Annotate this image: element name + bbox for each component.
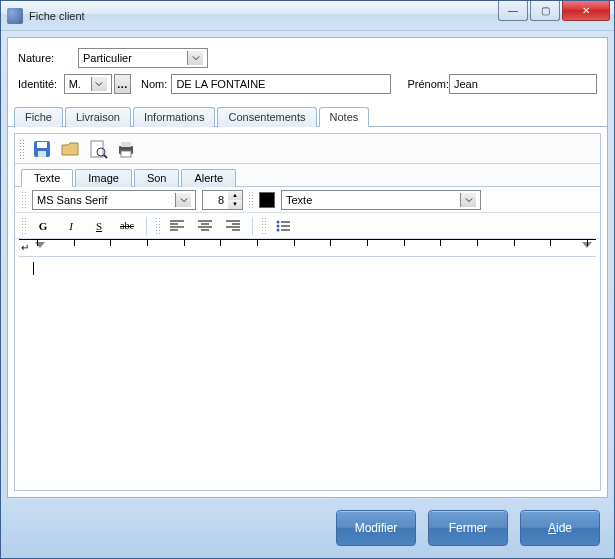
return-marker-icon: ↵ (21, 242, 29, 253)
aide-label: Aide (548, 521, 572, 535)
page-magnifier-icon (88, 139, 108, 159)
notes-subtabs: Texte Image Son Alerte (15, 164, 600, 187)
ruler-tick (74, 240, 75, 246)
print-button[interactable] (115, 138, 137, 160)
svg-rect-8 (121, 151, 131, 157)
svg-rect-1 (37, 142, 47, 148)
underline-icon: S (96, 220, 102, 232)
close-button[interactable]: ✕ (562, 1, 610, 21)
align-right-button[interactable] (222, 216, 244, 236)
identite-label: Identité: (18, 78, 64, 90)
svg-rect-7 (121, 142, 131, 147)
identite-title-combo[interactable]: M. (64, 74, 112, 94)
chevron-down-icon (91, 77, 107, 91)
font-toolbar: MS Sans Serif ▲ ▼ Texte (15, 187, 600, 213)
tab-consentements[interactable]: Consentements (217, 107, 316, 127)
font-size-input[interactable] (202, 190, 228, 210)
client-area: Nature: Particulier Identité: M. … Nom: … (7, 37, 608, 498)
format-toolbar: G I S abc (15, 213, 600, 239)
ruler-tick (367, 240, 368, 246)
svg-point-25 (277, 228, 280, 231)
ellipsis-icon: … (117, 78, 128, 90)
identite-browse-button[interactable]: … (114, 74, 131, 94)
ruler[interactable]: ↵ (19, 239, 596, 257)
aide-button[interactable]: Aide (520, 510, 600, 546)
subtab-alerte[interactable]: Alerte (181, 169, 236, 187)
subtab-texte[interactable]: Texte (21, 169, 73, 187)
svg-rect-3 (91, 141, 103, 157)
main-tabstrip: Fiche Livraison Informations Consentemen… (8, 106, 607, 127)
printer-icon (116, 139, 136, 159)
chevron-down-icon (175, 193, 191, 207)
save-icon (32, 139, 52, 159)
nature-value: Particulier (83, 52, 132, 64)
ruler-tick (550, 240, 551, 246)
ruler-tick (477, 240, 478, 246)
font-combo[interactable]: MS Sans Serif (32, 190, 196, 210)
align-center-icon (198, 220, 212, 232)
bold-button[interactable]: G (32, 216, 54, 236)
tab-livraison[interactable]: Livraison (65, 107, 131, 127)
nom-label: Nom: (141, 78, 171, 90)
open-folder-icon (60, 139, 80, 159)
toolbar-grip-icon (21, 191, 26, 209)
ruler-tick (294, 240, 295, 246)
bullet-list-button[interactable] (272, 216, 294, 236)
ruler-tick (514, 240, 515, 246)
italic-button[interactable]: I (60, 216, 82, 236)
notes-toolbar (15, 134, 600, 164)
toolbar-grip-icon (21, 217, 26, 235)
ruler-tick (587, 240, 588, 246)
open-button[interactable] (59, 138, 81, 160)
underline-button[interactable]: S (88, 216, 110, 236)
svg-point-21 (277, 220, 280, 223)
svg-rect-2 (38, 151, 46, 157)
bullet-list-icon (276, 220, 290, 232)
subtab-image[interactable]: Image (75, 169, 132, 187)
maximize-button[interactable]: ▢ (530, 1, 560, 21)
subtab-son[interactable]: Son (134, 169, 180, 187)
spinner-down-icon[interactable]: ▼ (228, 200, 242, 209)
editor-area[interactable] (15, 257, 600, 279)
strike-icon: abc (120, 220, 134, 231)
maximize-icon: ▢ (541, 5, 550, 16)
tab-notes[interactable]: Notes (319, 107, 370, 127)
style-value: Texte (286, 194, 312, 206)
chevron-down-icon (460, 193, 476, 207)
align-right-icon (226, 220, 240, 232)
font-color-swatch[interactable] (259, 192, 275, 208)
font-size-spinner[interactable]: ▲ ▼ (202, 190, 242, 210)
minimize-icon: — (508, 5, 518, 16)
nom-input[interactable] (171, 74, 391, 94)
align-left-button[interactable] (166, 216, 188, 236)
chevron-down-icon (187, 51, 203, 65)
tab-fiche[interactable]: Fiche (14, 107, 63, 127)
footer: Modifier Fermer Aide (1, 498, 614, 558)
nature-label: Nature: (18, 52, 78, 64)
modifier-label: Modifier (355, 521, 398, 535)
tab-informations[interactable]: Informations (133, 107, 216, 127)
svg-point-23 (277, 224, 280, 227)
text-cursor-icon (33, 262, 34, 275)
align-center-button[interactable] (194, 216, 216, 236)
italic-icon: I (69, 220, 73, 232)
ruler-tick (440, 240, 441, 246)
nature-combo[interactable]: Particulier (78, 48, 208, 68)
minimize-button[interactable]: — (498, 1, 528, 21)
spinner-up-icon[interactable]: ▲ (228, 191, 242, 200)
preview-button[interactable] (87, 138, 109, 160)
ruler-tick (184, 240, 185, 246)
fermer-button[interactable]: Fermer (428, 510, 508, 546)
app-icon (7, 8, 23, 24)
prenom-input[interactable] (449, 74, 597, 94)
bold-icon: G (39, 220, 48, 232)
svg-line-5 (104, 155, 107, 158)
ruler-tick (147, 240, 148, 246)
strike-button[interactable]: abc (116, 216, 138, 236)
ruler-tick (404, 240, 405, 246)
prenom-label: Prénom: (407, 78, 449, 90)
modifier-button[interactable]: Modifier (336, 510, 416, 546)
toolbar-grip-icon (248, 191, 253, 209)
style-combo[interactable]: Texte (281, 190, 481, 210)
save-button[interactable] (31, 138, 53, 160)
